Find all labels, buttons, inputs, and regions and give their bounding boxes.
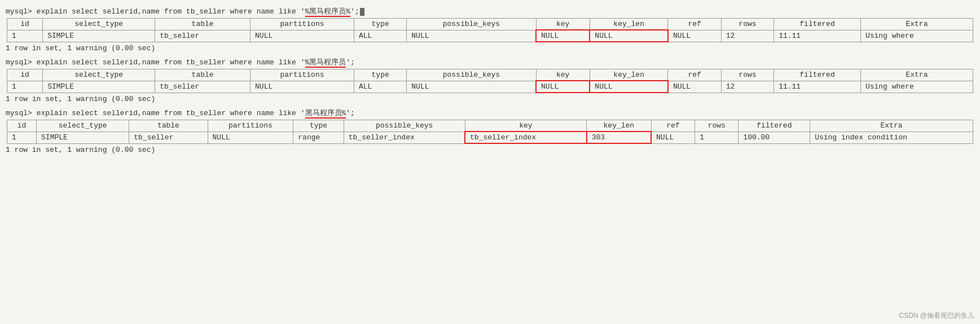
query-section-2: mysql> explain select sellerid,name from… xyxy=(2,55,978,105)
cell-extra: Using where xyxy=(860,30,973,42)
query-section-3: mysql> explain select sellerid,name from… xyxy=(2,106,978,156)
query-line-1: mysql> explain select sellerid,name from… xyxy=(2,5,978,18)
terminal-window: mysql> explain select sellerid,name from… xyxy=(0,0,980,161)
cell-rows: 12 xyxy=(721,81,774,93)
cell-extra: Using where xyxy=(860,81,973,93)
col-extra: Extra xyxy=(860,19,973,30)
col-rows: rows xyxy=(695,120,739,132)
cell-table: tb_seller xyxy=(155,81,251,93)
col-filtered: filtered xyxy=(739,120,810,132)
cell-possible-keys: tb_seller_index xyxy=(344,132,465,143)
col-select-type: select_type xyxy=(37,120,129,132)
query-section-1: mysql> explain select sellerid,name from… xyxy=(2,5,978,54)
col-rows: rows xyxy=(721,19,774,30)
cell-extra: Using index condition xyxy=(810,132,973,143)
cell-key-len: 303 xyxy=(587,132,651,143)
cell-possible-keys: NULL xyxy=(407,81,536,93)
table-row: 1 SIMPLE tb_seller NULL ALL NULL NULL NU… xyxy=(7,30,973,42)
cell-partitions: NULL xyxy=(208,132,293,143)
cell-rows: 1 xyxy=(695,132,739,143)
col-key: key xyxy=(536,69,590,81)
col-extra: Extra xyxy=(860,69,973,81)
col-ref: ref xyxy=(668,69,721,81)
cell-table: tb_seller xyxy=(155,30,251,42)
result-table-3: id select_type table partitions type pos… xyxy=(7,120,973,144)
col-id: id xyxy=(7,120,37,132)
col-partitions: partitions xyxy=(251,19,354,30)
col-table: table xyxy=(129,120,208,132)
table-header-row-2: id select_type table partitions type pos… xyxy=(7,69,973,81)
query-line-3: mysql> explain select sellerid,name from… xyxy=(2,106,978,120)
col-id: id xyxy=(7,19,43,30)
cell-id: 1 xyxy=(7,81,43,93)
cell-ref: NULL xyxy=(668,81,721,93)
result-summary-2: 1 row in set, 1 warning (0.00 sec) xyxy=(2,93,978,105)
col-possible-keys: possible_keys xyxy=(407,69,536,81)
cell-type: range xyxy=(293,132,344,143)
cell-id: 1 xyxy=(7,132,37,143)
cell-filtered: 11.11 xyxy=(774,30,861,42)
col-select-type: select_type xyxy=(43,19,155,30)
result-table-2: id select_type table partitions type pos… xyxy=(7,69,973,93)
result-table-container-1: id select_type table partitions type pos… xyxy=(2,18,978,42)
cell-key: tb_seller_index xyxy=(465,132,587,143)
cell-rows: 12 xyxy=(721,30,774,42)
col-key: key xyxy=(465,120,587,132)
cell-id: 1 xyxy=(7,30,43,42)
cell-key: NULL xyxy=(536,30,590,42)
result-table-container-3: id select_type table partitions type pos… xyxy=(2,120,978,144)
col-id: id xyxy=(7,69,43,81)
col-ref: ref xyxy=(651,120,695,132)
col-key-len: key_len xyxy=(590,19,668,30)
col-key-len: key_len xyxy=(587,120,651,132)
result-table-container-2: id select_type table partitions type pos… xyxy=(2,69,978,93)
cell-key-len: NULL xyxy=(590,81,668,93)
cell-select-type: SIMPLE xyxy=(37,132,129,143)
cell-type: ALL xyxy=(354,30,406,42)
col-filtered: filtered xyxy=(774,19,861,30)
col-possible-keys: possible_keys xyxy=(407,19,536,30)
cell-filtered: 11.11 xyxy=(774,81,861,93)
col-table: table xyxy=(155,69,251,81)
cell-partitions: NULL xyxy=(251,30,354,42)
table-header-row-1: id select_type table partitions type pos… xyxy=(7,19,973,30)
watermark: CSDN @掬看尾巴的鱼儿 xyxy=(899,311,974,321)
col-table: table xyxy=(155,19,251,30)
table-row: 1 SIMPLE tb_seller NULL ALL NULL NULL NU… xyxy=(7,81,973,93)
col-partitions: partitions xyxy=(208,120,293,132)
col-select-type: select_type xyxy=(43,69,155,81)
col-key-len: key_len xyxy=(590,69,668,81)
result-summary-1: 1 row in set, 1 warning (0.00 sec) xyxy=(2,42,978,54)
cell-ref: NULL xyxy=(668,30,721,42)
query-line-2: mysql> explain select sellerid,name from… xyxy=(2,55,978,69)
cell-table: tb_seller xyxy=(129,132,208,143)
cell-select-type: SIMPLE xyxy=(43,30,155,42)
cell-ref: NULL xyxy=(651,132,695,143)
col-extra: Extra xyxy=(810,120,973,132)
result-table-1: id select_type table partitions type pos… xyxy=(7,18,973,42)
col-filtered: filtered xyxy=(774,69,861,81)
cell-type: ALL xyxy=(354,81,406,93)
col-type: type xyxy=(354,19,406,30)
cell-partitions: NULL xyxy=(251,81,354,93)
cell-possible-keys: NULL xyxy=(407,30,536,42)
col-ref: ref xyxy=(668,19,721,30)
cell-filtered: 100.00 xyxy=(739,132,810,143)
col-key: key xyxy=(536,19,590,30)
col-possible-keys: possible_keys xyxy=(344,120,465,132)
result-summary-3: 1 row in set, 1 warning (0.00 sec) xyxy=(2,144,978,156)
cell-key-len: NULL xyxy=(590,30,668,42)
col-rows: rows xyxy=(721,69,774,81)
col-partitions: partitions xyxy=(251,69,354,81)
table-header-row-3: id select_type table partitions type pos… xyxy=(7,120,973,132)
cell-select-type: SIMPLE xyxy=(43,81,155,93)
col-type: type xyxy=(293,120,344,132)
cell-key: NULL xyxy=(536,81,590,93)
table-row: 1 SIMPLE tb_seller NULL range tb_seller_… xyxy=(7,132,973,143)
col-type: type xyxy=(354,69,406,81)
